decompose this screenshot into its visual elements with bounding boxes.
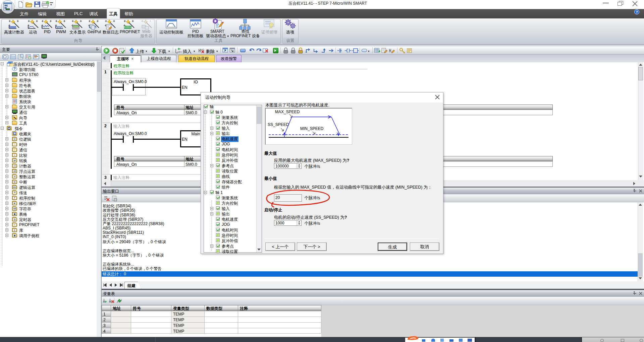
svg-text:SS_SPEED: SS_SPEED <box>268 122 289 127</box>
svg-text:MIN_SPEED: MIN_SPEED <box>300 126 324 131</box>
svg-text:MAX_SPEED: MAX_SPEED <box>275 110 300 114</box>
svg-text:HFO: HFO <box>177 51 182 53</box>
